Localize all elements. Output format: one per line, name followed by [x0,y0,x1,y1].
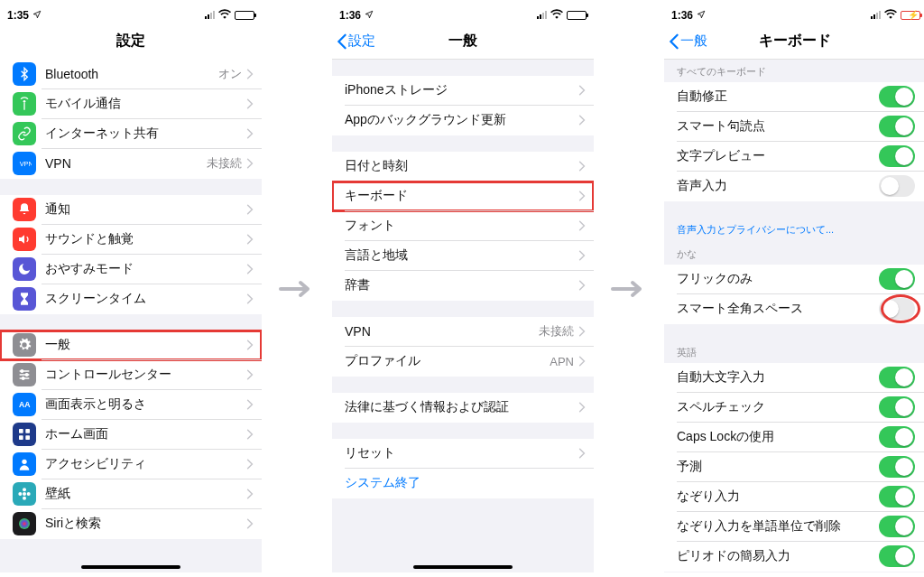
row-label: Caps Lockの使用 [677,429,879,445]
moon-icon [13,257,36,281]
toggle-switch[interactable] [879,456,915,478]
settings-row[interactable]: ホーム画面 [0,420,262,450]
cell-signal-icon [537,11,547,19]
settings-row[interactable]: 通知 [0,195,262,225]
chevron-right-icon [245,204,262,215]
row-label: スクリーンタイム [45,291,245,307]
toggle-switch[interactable] [879,486,915,507]
svg-rect-6 [19,429,23,433]
settings-row[interactable]: 壁紙 [0,479,262,509]
settings-row[interactable]: AA画面表示と明るさ [0,390,262,420]
settings-row[interactable]: Bluetoothオン [0,60,262,89]
row-label: 辞書 [345,277,578,293]
row-label: 通知 [45,201,245,218]
toggle-switch[interactable] [879,86,915,107]
home-indicator [413,565,513,569]
chevron-right-icon [578,250,594,261]
row-value: 未接続 [207,155,242,172]
svg-text:VPN: VPN [20,160,32,168]
toggle-switch[interactable] [879,516,915,537]
settings-row: 文字プレビュー [664,142,924,172]
vpn-icon: VPN [13,152,36,175]
settings-row[interactable]: 一般 [0,330,262,360]
settings-row: Caps Lockの使用 [664,423,924,452]
settings-group: 自動大文字入力スペルチェックCaps Lockの使用予測なぞり入力なぞり入力を単… [664,363,924,572]
settings-row[interactable]: インターネット共有 [0,119,262,149]
row-label: ピリオドの簡易入力 [677,548,879,564]
settings-row[interactable]: VPNVPN未接続 [0,149,262,179]
chevron-right-icon [578,85,594,96]
svg-text:AA: AA [19,400,31,409]
row-label: リセット [345,445,578,461]
svg-rect-9 [25,435,30,440]
settings-row[interactable]: Siriと検索 [0,509,262,539]
settings-row[interactable]: システム終了 [332,469,594,498]
settings-row[interactable]: Appのバックグラウンド更新 [332,106,594,135]
settings-row[interactable]: 日付と時刻 [332,152,594,181]
cell-signal-icon [871,11,881,19]
row-label: 日付と時刻 [345,158,578,174]
row-label: フォント [345,218,578,234]
status-bar: 1:35 [0,5,262,23]
row-label: 一般 [45,337,245,353]
status-time: 1:36 [671,9,693,22]
hourglass-icon [13,287,36,311]
status-bar: 1:36⚡ [664,5,924,23]
row-label: ホーム画面 [45,426,245,442]
group-footer-link[interactable]: 音声入力とプライバシーについて... [664,218,924,242]
settings-row[interactable]: フォント [332,211,594,241]
chevron-right-icon [578,280,594,291]
settings-row[interactable]: おやすみモード [0,255,262,284]
cell-signal-icon [205,11,215,19]
chevron-right-icon [245,340,262,350]
nav-title: 一般 [448,32,477,51]
row-label: システム終了 [345,475,594,491]
chevron-right-icon [245,459,262,470]
toggle-switch[interactable] [879,426,915,448]
nav-back-button[interactable]: 設定 [336,23,375,60]
chevron-right-icon [245,293,262,304]
flower-icon [13,482,36,506]
svg-point-16 [19,518,30,529]
settings-row[interactable]: iPhoneストレージ [332,76,594,106]
settings-row[interactable]: サウンドと触覚 [0,225,262,255]
settings-row[interactable]: コントロールセンター [0,360,262,390]
group-header: すべてのキーボード [664,60,924,82]
toggle-switch[interactable] [879,145,915,167]
settings-row[interactable]: プロファイルAPN [332,347,594,377]
group-header: かな [664,242,924,265]
toggle-switch[interactable] [879,116,915,137]
toggle-switch[interactable] [879,545,915,567]
group-header: 英語 [664,340,924,363]
settings-content: すべてのキーボード自動修正スマート句読点文字プレビュー音声入力音声入力とプライバ… [664,60,924,572]
settings-group: 通知サウンドと触覚おやすみモードスクリーンタイム [0,195,262,314]
settings-row[interactable]: リセット [332,439,594,469]
toggle-switch[interactable] [879,175,915,197]
svg-point-4 [22,377,24,380]
settings-row[interactable]: 言語と地域 [332,241,594,271]
settings-row: スマート全角スペース [664,294,924,324]
toggle-switch[interactable] [879,298,915,320]
settings-row: スペルチェック [664,393,924,423]
settings-row[interactable]: モバイル通信 [0,89,262,119]
toggle-switch[interactable] [879,367,915,388]
settings-row[interactable]: 辞書 [332,271,594,301]
chevron-right-icon [245,489,262,499]
settings-row[interactable]: キーボード [332,181,594,211]
row-label: アクセシビリティ [45,456,245,472]
settings-row[interactable]: VPN未接続 [332,317,594,347]
row-label: 自動大文字入力 [677,369,879,386]
phone-screen-1: 1:36設定一般iPhoneストレージAppのバックグラウンド更新日付と時刻キー… [332,5,594,572]
settings-row[interactable]: スクリーンタイム [0,284,262,314]
settings-row[interactable]: アクセシビリティ [0,450,262,479]
settings-row: フリックのみ [664,265,924,294]
nav-back-button[interactable]: 一般 [668,23,707,60]
location-icon [32,9,42,22]
row-label: インターネット共有 [45,126,245,142]
svg-point-15 [27,492,31,496]
toggle-switch[interactable] [879,268,915,290]
toggle-switch[interactable] [879,396,915,418]
person-icon [13,452,36,476]
settings-row[interactable]: 法律に基づく情報および認証 [332,393,594,423]
settings-row: 予測 [664,452,924,482]
